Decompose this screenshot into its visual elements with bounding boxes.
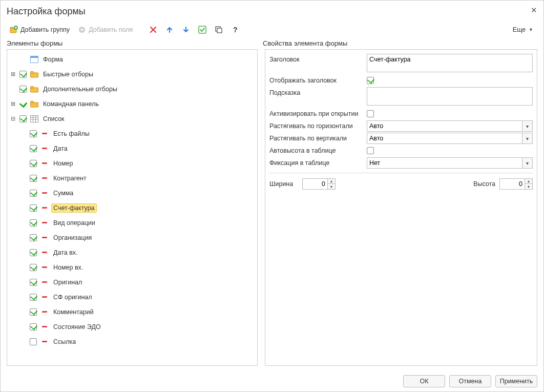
tree-node-list-item[interactable]: Номер вх. bbox=[7, 260, 257, 275]
checkbox[interactable] bbox=[30, 234, 37, 241]
tree-label: Дополнительные отборы bbox=[41, 85, 119, 94]
svg-rect-15 bbox=[31, 115, 38, 122]
tree-node-list-item[interactable]: Номер bbox=[7, 156, 257, 171]
tree-node-list-item[interactable]: СФ оригинал bbox=[7, 290, 257, 304]
checkbox[interactable] bbox=[30, 323, 37, 331]
field-icon bbox=[40, 192, 49, 194]
add-group-button[interactable]: Добавить группу bbox=[7, 24, 73, 36]
tree-node-list-item[interactable]: Комментарий bbox=[7, 304, 257, 319]
checkbox[interactable] bbox=[30, 204, 37, 212]
tree-node-form[interactable]: Форма bbox=[7, 52, 257, 67]
tree-node-list-item[interactable]: Вид операции bbox=[7, 215, 257, 230]
field-icon bbox=[40, 133, 49, 134]
expand-icon[interactable]: ⊞ bbox=[9, 100, 16, 108]
tree-node-command-panel[interactable]: ⊞ Командная панель bbox=[7, 96, 257, 111]
default-settings-button[interactable] bbox=[195, 24, 210, 36]
expand-icon[interactable]: ⊞ bbox=[9, 71, 16, 78]
tree-node-list-item[interactable]: Дата bbox=[7, 141, 257, 156]
field-icon bbox=[40, 281, 49, 283]
activate-checkbox[interactable] bbox=[367, 110, 374, 117]
height-spinner[interactable]: ▲▼ bbox=[499, 178, 533, 190]
checkbox[interactable] bbox=[19, 115, 27, 122]
tree-node-list-item[interactable]: Контрагент bbox=[7, 171, 257, 185]
tree-node-list-item[interactable]: Оригинал bbox=[7, 275, 257, 290]
prop-label-title: Заголовок bbox=[269, 54, 367, 63]
tree-node-list-item[interactable]: Сумма bbox=[7, 185, 257, 200]
checkbox[interactable] bbox=[30, 145, 37, 152]
tree-node-list-item[interactable]: Счет-фактура bbox=[7, 200, 257, 215]
height-input[interactable] bbox=[500, 179, 525, 189]
form-settings-window: Настройка формы ✕ Добавить группу Добави… bbox=[0, 0, 544, 392]
default-icon bbox=[198, 26, 206, 34]
close-icon[interactable]: ✕ bbox=[531, 6, 537, 15]
checkbox[interactable] bbox=[30, 264, 37, 271]
field-icon bbox=[40, 326, 49, 327]
tree-node-list-item[interactable]: Ссылка bbox=[7, 334, 257, 349]
spin-up-icon[interactable]: ▲ bbox=[525, 179, 532, 184]
move-down-button[interactable] bbox=[179, 24, 193, 36]
form-icon bbox=[30, 56, 39, 63]
right-section-title: Свойства элемента формы bbox=[263, 39, 347, 47]
autoheight-checkbox[interactable] bbox=[367, 147, 374, 154]
move-up-button[interactable] bbox=[162, 24, 177, 36]
ok-button[interactable]: ОК bbox=[403, 375, 445, 387]
field-icon bbox=[40, 237, 49, 238]
tree-node-list[interactable]: ⊟ Список bbox=[7, 111, 257, 126]
collapse-icon[interactable]: ⊟ bbox=[9, 115, 16, 122]
more-button[interactable]: Еще ▼ bbox=[509, 24, 537, 36]
stretch-h-select[interactable] bbox=[367, 120, 522, 132]
checkbox[interactable] bbox=[30, 219, 37, 226]
delete-button[interactable] bbox=[146, 24, 160, 36]
dropdown-icon[interactable]: ▾ bbox=[522, 120, 533, 132]
section-headers: Элементы формы Свойства элемента формы bbox=[1, 37, 543, 49]
show-title-checkbox[interactable] bbox=[367, 77, 374, 84]
cancel-button[interactable]: Отмена bbox=[449, 375, 491, 387]
hint-input[interactable] bbox=[367, 87, 533, 106]
spin-up-icon[interactable]: ▲ bbox=[328, 179, 335, 184]
checkbox[interactable] bbox=[30, 249, 37, 256]
title-input[interactable] bbox=[367, 54, 533, 72]
checkbox[interactable] bbox=[19, 86, 27, 93]
tree-label: Комментарий bbox=[51, 307, 96, 317]
dropdown-icon[interactable]: ▾ bbox=[522, 157, 533, 169]
checkbox[interactable] bbox=[19, 71, 27, 78]
tree-label: Номер bbox=[51, 159, 75, 168]
prop-label-activate: Активизировать при открытии bbox=[269, 108, 367, 117]
checkbox[interactable] bbox=[30, 294, 37, 301]
checkbox[interactable] bbox=[30, 190, 37, 197]
fixation-select[interactable] bbox=[367, 157, 522, 169]
width-input[interactable] bbox=[303, 179, 327, 189]
tree-node-quick-filters[interactable]: ⊞ Быстрые отборы bbox=[7, 67, 257, 81]
width-spinner[interactable]: ▲▼ bbox=[302, 178, 336, 190]
prop-label-hint: Подсказка bbox=[269, 87, 367, 96]
spin-down-icon[interactable]: ▼ bbox=[525, 184, 532, 189]
apply-button[interactable]: Применить bbox=[495, 375, 537, 387]
tree-node-list-item[interactable]: Состояние ЭДО bbox=[7, 319, 257, 334]
tree-node-list-item[interactable]: Организация bbox=[7, 230, 257, 245]
checkbox[interactable] bbox=[30, 175, 37, 182]
checkbox[interactable] bbox=[30, 338, 37, 345]
copy-button[interactable] bbox=[212, 24, 226, 36]
tree-node-list-item[interactable]: Дата вх. bbox=[7, 245, 257, 260]
svg-rect-10 bbox=[31, 71, 34, 73]
spin-down-icon[interactable]: ▼ bbox=[328, 184, 335, 189]
tree-node-list-item[interactable]: Есть файлы bbox=[7, 126, 257, 141]
tree-label: Состояние ЭДО bbox=[51, 322, 103, 332]
tree-node-additional-filters[interactable]: Дополнительные отборы bbox=[7, 81, 257, 96]
checkbox[interactable] bbox=[30, 308, 37, 316]
greencheck-icon bbox=[18, 100, 28, 108]
tree-label: Дата bbox=[51, 144, 70, 153]
checkbox[interactable] bbox=[30, 279, 37, 286]
tree-label: Список bbox=[41, 114, 67, 123]
copy-icon bbox=[215, 26, 223, 34]
stretch-v-select[interactable] bbox=[367, 133, 522, 144]
chevron-down-icon: ▼ bbox=[529, 27, 533, 32]
help-button[interactable]: ? bbox=[228, 24, 242, 36]
form-elements-tree[interactable]: Форма ⊞ Быстрые отборы Дополнительные от… bbox=[7, 49, 258, 366]
checkbox[interactable] bbox=[30, 160, 37, 167]
checkbox[interactable] bbox=[30, 130, 37, 137]
tree-label: Сумма bbox=[51, 189, 75, 198]
prop-label-height: Высота bbox=[470, 180, 495, 188]
folder-icon bbox=[30, 86, 39, 93]
dropdown-icon[interactable]: ▾ bbox=[522, 133, 533, 144]
